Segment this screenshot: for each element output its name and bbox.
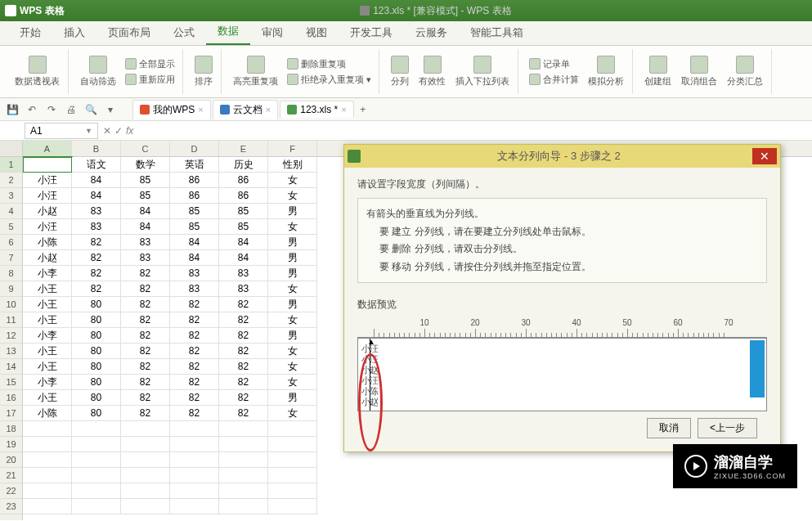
cell[interactable]: 小陈 [23, 406, 72, 421]
column-header[interactable]: B [72, 141, 121, 156]
showall-button[interactable]: 全部显示 [123, 57, 177, 71]
cell[interactable]: 小王 [23, 344, 72, 359]
cell[interactable] [72, 421, 121, 437]
ungroup-button[interactable]: 取消组合 [678, 54, 720, 89]
cell[interactable]: 83 [219, 266, 268, 281]
cell[interactable] [23, 421, 72, 437]
recordsheet-button[interactable]: 记录单 [527, 57, 581, 71]
sort-button[interactable]: 排序 [191, 54, 216, 89]
reject-dup-button[interactable]: 拒绝录入重复项 ▾ [285, 73, 374, 87]
menu-tab-1[interactable]: 插入 [52, 20, 96, 45]
consolidate-button[interactable]: 合并计算 [527, 73, 581, 87]
cell[interactable] [72, 483, 121, 499]
cell[interactable]: 82 [72, 281, 121, 297]
insert-dropdown-button[interactable]: 插入下拉列表 [452, 54, 513, 89]
cell[interactable]: 85 [170, 219, 219, 235]
cell[interactable] [121, 468, 170, 483]
back-button[interactable]: <上一步 [698, 418, 757, 438]
cell[interactable]: 男 [268, 235, 317, 250]
row-header[interactable]: 15 [0, 375, 22, 390]
cell[interactable] [72, 452, 121, 468]
row-header[interactable]: 11 [0, 312, 22, 328]
cell[interactable]: 历史 [219, 157, 268, 173]
cell[interactable] [23, 157, 72, 173]
cell[interactable]: 男 [268, 204, 317, 219]
cell[interactable]: 82 [170, 359, 219, 375]
cell[interactable]: 小王 [23, 390, 72, 406]
menu-tab-5[interactable]: 审阅 [250, 20, 294, 45]
cell[interactable]: 80 [72, 390, 121, 406]
row-header[interactable]: 6 [0, 235, 22, 250]
row-header[interactable]: 1 [0, 157, 22, 173]
cell[interactable]: 小李 [23, 328, 72, 344]
cell[interactable]: 85 [219, 204, 268, 219]
row-header[interactable]: 10 [0, 297, 22, 312]
cell[interactable]: 86 [170, 188, 219, 204]
cell[interactable]: 82 [72, 250, 121, 266]
cell[interactable]: 男 [268, 250, 317, 266]
row-header[interactable]: 19 [0, 437, 22, 452]
cell[interactable] [72, 499, 121, 514]
column-header[interactable]: C [121, 141, 170, 156]
validation-button[interactable]: 有效性 [415, 54, 449, 89]
cell[interactable] [268, 483, 317, 499]
cell[interactable]: 82 [121, 375, 170, 390]
name-box[interactable]: A1▼ [25, 123, 98, 139]
cell[interactable]: 女 [268, 375, 317, 390]
cell[interactable]: 男 [268, 390, 317, 406]
fx-icon[interactable]: fx [126, 125, 133, 137]
subtotal-button[interactable]: 分类汇总 [724, 54, 766, 89]
close-icon[interactable]: × [198, 105, 203, 115]
doc-tab-mywps[interactable]: 我的WPS× [132, 100, 211, 119]
preview-ruler[interactable]: 10203040506070 [357, 318, 767, 338]
remove-dup-button[interactable]: 删除重复项 [285, 57, 374, 71]
dialog-titlebar[interactable]: 文本分列向导 - 3 步骤之 2 ✕ [344, 145, 780, 168]
cell[interactable] [121, 437, 170, 452]
cell[interactable]: 82 [121, 344, 170, 359]
cell[interactable]: 小王 [23, 312, 72, 328]
cell[interactable]: 82 [219, 406, 268, 421]
cell[interactable]: 82 [219, 328, 268, 344]
group-button[interactable]: 创建组 [641, 54, 675, 89]
qat-dropdown[interactable]: ▾ [103, 102, 118, 117]
cell[interactable]: 84 [121, 204, 170, 219]
close-icon[interactable]: × [341, 105, 346, 115]
cell[interactable]: 小赵 [23, 204, 72, 219]
menu-tab-9[interactable]: 智能工具箱 [459, 20, 535, 45]
pivot-table-button[interactable]: 数据透视表 [11, 54, 63, 89]
cell[interactable]: 84 [72, 173, 121, 188]
cell[interactable]: 82 [72, 266, 121, 281]
cell[interactable]: 数学 [121, 157, 170, 173]
text-to-columns-button[interactable]: 分列 [388, 54, 412, 89]
cell[interactable]: 小王 [23, 297, 72, 312]
save-button[interactable]: 💾 [5, 102, 20, 117]
cell[interactable] [170, 483, 219, 499]
cell[interactable]: 小汪 [23, 219, 72, 235]
cell[interactable]: 英语 [170, 157, 219, 173]
row-header[interactable]: 12 [0, 328, 22, 344]
cell[interactable] [121, 452, 170, 468]
cell[interactable] [219, 468, 268, 483]
print-button[interactable]: 🖨 [64, 102, 79, 117]
cell[interactable] [219, 483, 268, 499]
cell[interactable]: 女 [268, 281, 317, 297]
namebox-dropdown-icon[interactable]: ▼ [85, 127, 92, 135]
cell[interactable]: 82 [219, 312, 268, 328]
row-header[interactable]: 4 [0, 204, 22, 219]
cell[interactable]: 女 [268, 359, 317, 375]
reapply-button[interactable]: 重新应用 [123, 73, 177, 87]
cell[interactable]: 82 [121, 359, 170, 375]
cell[interactable]: 80 [72, 375, 121, 390]
cell[interactable]: 小李 [23, 375, 72, 390]
menu-tab-2[interactable]: 页面布局 [96, 20, 162, 45]
cell[interactable]: 80 [72, 297, 121, 312]
cell[interactable]: 86 [170, 173, 219, 188]
preview-scrollbar[interactable] [750, 340, 765, 397]
cell[interactable]: 男 [268, 297, 317, 312]
cell[interactable]: 84 [121, 219, 170, 235]
cell[interactable]: 小赵 [23, 250, 72, 266]
cell[interactable] [268, 468, 317, 483]
cell[interactable]: 85 [219, 219, 268, 235]
cell[interactable] [23, 499, 72, 514]
cell[interactable]: 86 [219, 173, 268, 188]
